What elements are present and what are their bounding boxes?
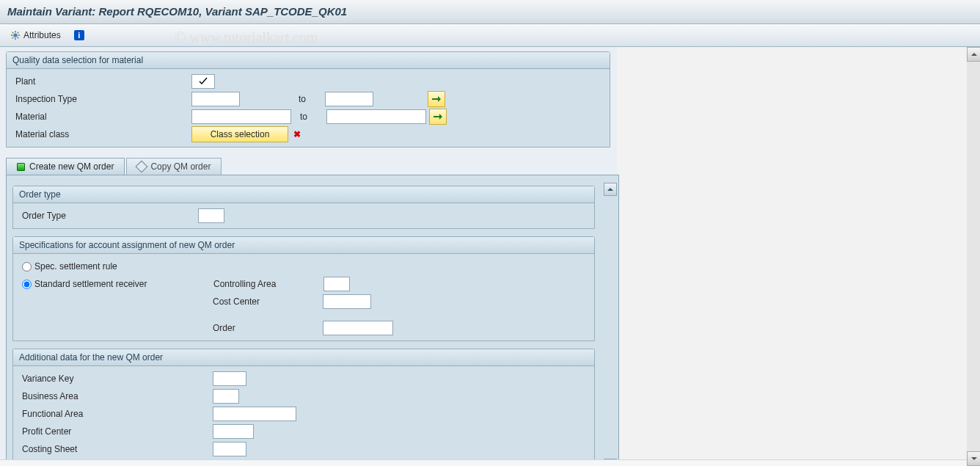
led-green-icon: [17, 163, 25, 171]
material-from-input[interactable]: [191, 109, 291, 124]
cost-center-input[interactable]: [323, 294, 371, 309]
arrow-right-icon: [434, 113, 442, 120]
group-order-type: Order type Order Type: [12, 186, 595, 229]
chevron-up-icon: [971, 51, 977, 57]
label-std-receiver: Standard settlement receiver: [34, 279, 213, 289]
inspection-type-from-input[interactable]: [191, 92, 240, 106]
label-cost-center: Cost Center: [213, 296, 323, 307]
inspection-type-multi-button[interactable]: [428, 91, 445, 107]
group-quality-data-title: Quality data selection for material: [7, 52, 610, 69]
group-quality-data: Quality data selection for material Plan…: [6, 51, 610, 148]
class-delete-icon[interactable]: ✖: [291, 128, 303, 140]
inner-scroll-up-button[interactable]: [604, 183, 617, 196]
gear-icon: [10, 30, 21, 40]
group-additional-data: Additional data for the new QM order Var…: [12, 349, 595, 466]
required-check-icon: [199, 77, 208, 86]
label-material: Material: [8, 112, 191, 122]
label-costing-sheet: Costing Sheet: [15, 444, 213, 454]
group-specifications: Specifications for account assignment of…: [12, 236, 595, 341]
bottom-strip: [0, 459, 980, 466]
inspection-type-to-input[interactable]: [325, 92, 373, 106]
label-functional-area: Functional Area: [15, 409, 213, 419]
material-multi-button[interactable]: [429, 109, 447, 125]
business-area-input[interactable]: [213, 389, 239, 404]
tab-copy-qm-order[interactable]: Copy QM order: [126, 158, 222, 175]
tab-create-qm-order[interactable]: Create new QM order: [6, 158, 125, 175]
svg-line-6: [18, 37, 19, 39]
group-order-type-title: Order type: [13, 186, 594, 203]
label-mat-to: to: [300, 112, 326, 122]
tab-create-label: Create new QM order: [29, 161, 114, 172]
tab-zone: Create new QM order Copy QM order Order …: [6, 158, 619, 466]
label-profit-center: Profit Center: [15, 426, 213, 437]
main-canvas: Quality data selection for material Plan…: [0, 47, 980, 466]
label-variance-key: Variance Key: [15, 374, 213, 384]
group-specifications-title: Specifications for account assignment of…: [13, 237, 594, 254]
label-insp-to: to: [299, 94, 325, 104]
label-inspection-type: Inspection Type: [8, 94, 191, 104]
label-spec-rule: Spec. settlement rule: [34, 261, 117, 272]
diamond-icon: [136, 161, 148, 173]
inner-scrollbar: [604, 183, 615, 466]
arrow-right-icon: [432, 95, 441, 103]
radio-std-receiver[interactable]: [22, 280, 32, 289]
attributes-button[interactable]: Attributes: [7, 29, 64, 42]
outer-scrollbar: [967, 47, 980, 466]
svg-line-7: [12, 37, 14, 39]
controlling-area-input[interactable]: [323, 277, 350, 291]
group-additional-data-title: Additional data for the new QM order: [13, 349, 594, 366]
class-selection-button[interactable]: Class selection: [191, 126, 288, 142]
toolbar: Attributes i: [0, 24, 980, 47]
label-spec-order: Order: [213, 323, 323, 333]
tab-page: Order type Order Type Specifications for…: [6, 175, 619, 466]
chevron-up-icon: [607, 186, 613, 192]
functional-area-input[interactable]: [213, 407, 296, 421]
outer-scroll-down-button[interactable]: [967, 451, 980, 466]
chevron-down-icon: [971, 456, 977, 462]
info-icon[interactable]: i: [74, 30, 84, 40]
label-plant: Plant: [8, 76, 191, 87]
label-business-area: Business Area: [15, 391, 213, 401]
material-to-input[interactable]: [326, 109, 426, 124]
tab-strip: Create new QM order Copy QM order: [6, 158, 619, 175]
order-type-input[interactable]: [198, 208, 224, 223]
attributes-label: Attributes: [23, 30, 61, 40]
tab-copy-label: Copy QM order: [150, 161, 211, 172]
profit-center-input[interactable]: [213, 424, 254, 439]
svg-line-8: [18, 32, 19, 34]
page-title: Maintain Variant: Report RQECOM10, Varia…: [0, 0, 980, 24]
right-gutter: [617, 47, 980, 466]
svg-line-5: [12, 32, 14, 34]
plant-required-input[interactable]: [191, 74, 215, 89]
label-order-type: Order Type: [15, 211, 198, 221]
radio-spec-rule[interactable]: [22, 262, 32, 272]
svg-point-0: [13, 33, 17, 37]
variance-key-input[interactable]: [213, 371, 246, 386]
label-material-class: Material class: [8, 129, 191, 139]
outer-scroll-up-button[interactable]: [967, 47, 980, 62]
costing-sheet-input[interactable]: [213, 442, 246, 456]
spec-order-input[interactable]: [323, 321, 393, 335]
label-controlling-area: Controlling Area: [213, 279, 323, 289]
